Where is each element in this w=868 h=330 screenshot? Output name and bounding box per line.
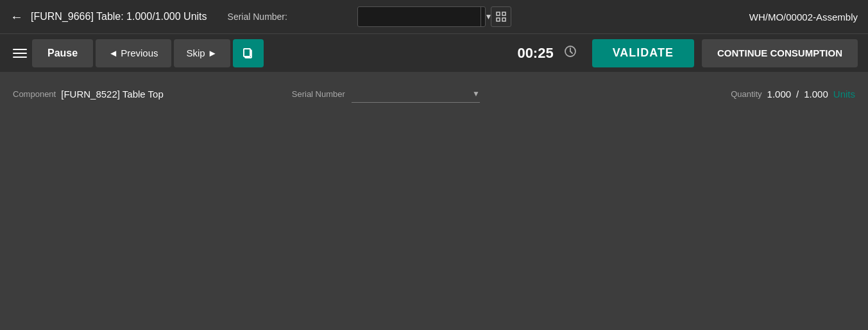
top-bar-center: ▼ <box>357 6 511 27</box>
quantity-section: Quantity 1.000 / 1.000 Units <box>731 89 855 100</box>
order-reference: WH/MO/00002-Assembly <box>519 12 858 22</box>
quantity-slash: / <box>796 89 799 100</box>
grid-button[interactable] <box>491 6 511 27</box>
quantity-done: 1.000 <box>767 89 792 100</box>
continue-consumption-button[interactable]: CONTINUE CONSUMPTION <box>702 39 858 67</box>
top-bar-left: ← [FURN_9666] Table: 1.000/1.000 Units S… <box>10 10 350 24</box>
timer-icon <box>564 45 577 61</box>
hamburger-line <box>13 49 27 50</box>
quantity-label: Quantity <box>731 89 762 99</box>
copy-icon <box>242 47 255 60</box>
grid-icon <box>496 12 506 22</box>
quantity-total: 1.000 <box>804 89 828 100</box>
action-bar: Pause ◄ Previous Skip ► 00:25 VALIDATE C… <box>0 33 868 72</box>
top-bar: ← [FURN_9666] Table: 1.000/1.000 Units S… <box>0 0 868 33</box>
svg-rect-0 <box>497 12 500 15</box>
previous-button[interactable]: ◄ Previous <box>96 39 171 67</box>
svg-line-9 <box>570 51 572 53</box>
component-serial-dropdown-button[interactable]: ▼ <box>472 89 480 98</box>
copy-button[interactable] <box>233 39 264 67</box>
component-name: [FURN_8522] Table Top <box>61 89 164 100</box>
serial-number-input[interactable] <box>358 12 481 22</box>
svg-rect-5 <box>244 49 250 56</box>
component-row: Component [FURN_8522] Table Top Serial N… <box>13 85 855 103</box>
component-serial-input[interactable] <box>352 89 472 99</box>
component-serial-input-wrapper: ▼ <box>352 85 480 103</box>
back-button[interactable]: ← <box>10 10 23 24</box>
serial-number-label: Serial Number: <box>228 12 287 22</box>
menu-button[interactable] <box>10 46 30 60</box>
page-title: [FURN_9666] Table: 1.000/1.000 Units <box>31 11 207 22</box>
svg-rect-1 <box>502 12 506 15</box>
component-label: Component <box>13 89 56 99</box>
quantity-unit: Units <box>833 89 855 100</box>
svg-rect-2 <box>497 18 500 21</box>
validate-button[interactable]: VALIDATE <box>592 39 694 67</box>
svg-rect-3 <box>502 18 506 21</box>
hamburger-line <box>13 53 27 54</box>
action-bar-right: 00:25 VALIDATE CONTINUE CONSUMPTION <box>517 39 858 67</box>
component-serial-section: Serial Number ▼ <box>292 85 480 103</box>
hamburger-line <box>13 56 27 58</box>
pause-button[interactable]: Pause <box>32 39 93 67</box>
timer-display: 00:25 <box>517 45 553 62</box>
skip-button[interactable]: Skip ► <box>174 39 230 67</box>
content-area: Component [FURN_8522] Table Top Serial N… <box>0 72 868 116</box>
serial-number-input-wrapper: ▼ <box>357 6 486 27</box>
component-serial-label: Serial Number <box>292 89 345 99</box>
